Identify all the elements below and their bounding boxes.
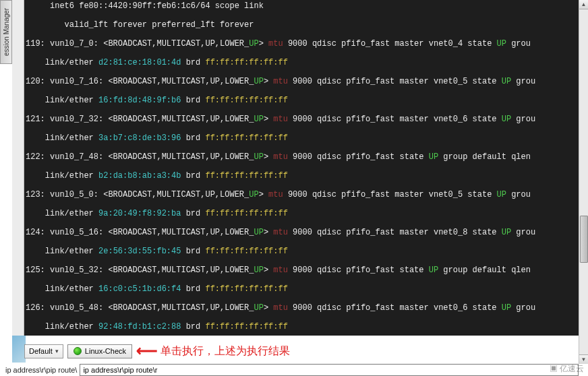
- terminal-line: link/ether b2:da:b8:ab:a3:4b brd ff:ff:f…: [26, 171, 588, 181]
- background-decoration: [12, 336, 26, 363]
- command-input[interactable]: [80, 364, 579, 376]
- terminal-line: 126: vunl0_5_48: <BROADCAST,MULTICAST,UP…: [26, 303, 588, 313]
- terminal-line: link/ether 2e:56:3d:55:fb:45 brd ff:ff:f…: [26, 247, 588, 256]
- chevron-down-icon: ▾: [55, 348, 59, 354]
- scroll-down-button[interactable]: ▼: [579, 354, 588, 364]
- annotation-text: 单击执行，上述为执行结果: [160, 344, 290, 358]
- vertical-scrollbar[interactable]: ▲ ▼: [579, 0, 588, 364]
- terminal-line: link/ether 9a:20:49:f8:92:ba brd ff:ff:f…: [26, 209, 588, 218]
- terminal-line: valid_lft forever preferred_lft forever: [26, 20, 588, 30]
- command-bar: ip address\r\pip route\: [5, 364, 579, 376]
- macro-group-dropdown[interactable]: Default ▾: [24, 344, 63, 358]
- terminal-line: inet6 fe80::4420:90ff:feb6:1c6/64 scope …: [26, 1, 588, 11]
- status-dot-icon: [74, 347, 82, 355]
- button-label: Linux-Check: [85, 347, 126, 355]
- session-manager-label: ession Manager: [3, 8, 10, 56]
- dropdown-label: Default: [29, 347, 53, 355]
- scrollbar-thumb[interactable]: [580, 216, 588, 263]
- terminal-line: link/ether 92:48:fd:b1:c2:88 brd ff:ff:f…: [26, 322, 588, 332]
- terminal-line: 122: vunl0_7_48: <BROADCAST,MULTICAST,UP…: [26, 152, 588, 162]
- terminal-line: 123: vunl0_5_0: <BROADCAST,MULTICAST,UP,…: [26, 190, 588, 199]
- terminal-line: link/ether 3a:b7:c8:de:b3:96 brd ff:ff:f…: [26, 133, 588, 143]
- watermark: ▣ 亿速云: [550, 363, 584, 375]
- arrow-annotation-icon: ⟵: [136, 342, 156, 360]
- scroll-up-button[interactable]: ▲: [579, 0, 588, 9]
- terminal-output[interactable]: inet6 fe80::4420:90ff:feb6:1c6/64 scope …: [24, 0, 588, 336]
- terminal-line: 120: vunl0_7_16: <BROADCAST,MULTICAST,UP…: [26, 77, 588, 86]
- macro-toolbar: Default ▾ Linux-Check ⟵ 单击执行，上述为执行结果: [24, 344, 579, 358]
- session-manager-tab[interactable]: ession Manager: [0, 0, 12, 64]
- terminal-line: link/ether d2:81:ce:18:01:4d brd ff:ff:f…: [26, 58, 588, 67]
- terminal-line: 125: vunl0_5_32: <BROADCAST,MULTICAST,UP…: [26, 265, 588, 275]
- terminal-line: link/ether 16:c0:c5:1b:d6:f4 brd ff:ff:f…: [26, 284, 588, 294]
- command-label: ip address\r\pip route\: [5, 366, 80, 374]
- left-gutter: [12, 0, 24, 336]
- linux-check-button[interactable]: Linux-Check: [67, 344, 132, 358]
- terminal-line: 119: vunl0_7_0: <BROADCAST,MULTICAST,UP,…: [26, 39, 588, 49]
- terminal-line: link/ether 16:fd:8d:48:9f:b6 brd ff:ff:f…: [26, 96, 588, 105]
- terminal-line: 121: vunl0_7_32: <BROADCAST,MULTICAST,UP…: [26, 115, 588, 124]
- terminal-line: 124: vunl0_5_16: <BROADCAST,MULTICAST,UP…: [26, 228, 588, 237]
